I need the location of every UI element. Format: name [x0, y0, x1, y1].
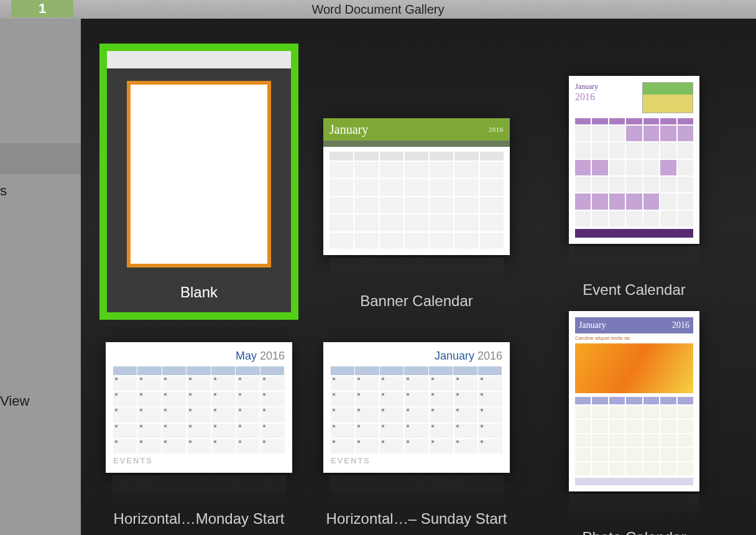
hcal-sunday-footer: EVENTS [331, 456, 502, 465]
template-horizontal-monday[interactable]: May 2016 EVENTS Horizontal…Monday Start [99, 342, 298, 535]
step-number: 1 [39, 1, 46, 17]
thumb-reflection [569, 246, 699, 271]
banner-calendar-thumb: January 2016 [323, 118, 510, 255]
photo-calendar-image [575, 343, 693, 393]
event-calendar-month: January [575, 82, 598, 91]
thumb-reflection [330, 475, 504, 500]
blank-thumb-chrome [107, 51, 291, 68]
template-label: Blank [107, 284, 291, 301]
template-banner-calendar[interactable]: January 2016 [317, 44, 516, 320]
template-label: Event Calendar [535, 281, 734, 299]
event-calendar-year: 2016 [575, 91, 598, 103]
banner-calendar-header: January 2016 [323, 118, 510, 147]
photo-calendar-year: 2016 [672, 320, 689, 330]
window-titlebar: Word Document Gallery [0, 0, 756, 19]
horizontal-sunday-thumb: January 2016 EVENTS [323, 342, 510, 473]
template-photo-calendar[interactable]: January 2016 Caroline aliquet leella da [535, 342, 734, 535]
photo-calendar-subtitle: Caroline aliquet leella da [575, 335, 693, 341]
photo-calendar-month: January [579, 320, 606, 330]
hcal-sunday-year: 2016 [477, 350, 502, 362]
blank-thumb-page [127, 81, 271, 268]
template-horizontal-sunday[interactable]: January 2016 EVENTS Horizontal…– Sunday [317, 342, 516, 535]
thumb-reflection [330, 258, 504, 282]
template-blank-thumb: Blank [99, 44, 298, 320]
step-number-badge: 1 [11, 0, 73, 17]
banner-calendar-month: January [330, 123, 368, 137]
template-grid: Blank January 2016 [99, 44, 737, 535]
hcal-sunday-month: January [435, 350, 474, 362]
template-blank[interactable]: Blank [99, 44, 298, 320]
event-calendar-grid [575, 118, 693, 226]
event-calendar-photo [642, 82, 693, 113]
sidebar-item-fragment-2[interactable]: View [0, 389, 81, 413]
sidebar: s View [0, 19, 81, 535]
horizontal-monday-thumb: May 2016 EVENTS [106, 342, 292, 473]
template-event-calendar[interactable]: January 2016 [535, 44, 734, 320]
template-label: Horizontal…– Sunday Start [317, 510, 516, 528]
window-title: Word Document Gallery [311, 2, 444, 17]
template-gallery: Blank January 2016 [81, 19, 756, 535]
hcal-monday-year: 2016 [260, 350, 285, 362]
template-label: Horizontal…Monday Start [99, 510, 298, 528]
event-calendar-thumb: January 2016 [569, 76, 699, 244]
hcal-monday-footer: EVENTS [113, 456, 285, 465]
thumb-reflection [569, 494, 699, 519]
hcal-monday-month: May [236, 350, 257, 362]
template-label: Photo Calendar [535, 529, 734, 535]
photo-calendar-thumb: January 2016 Caroline aliquet leella da [569, 311, 699, 491]
banner-calendar-year: 2016 [489, 126, 504, 133]
sidebar-item-fragment-1[interactable]: s [0, 179, 81, 203]
banner-calendar-grid [323, 147, 510, 255]
thumb-reflection [112, 475, 286, 500]
template-label: Banner Calendar [317, 292, 516, 310]
sidebar-selected-row[interactable] [0, 143, 81, 174]
event-calendar-footer [575, 229, 693, 238]
